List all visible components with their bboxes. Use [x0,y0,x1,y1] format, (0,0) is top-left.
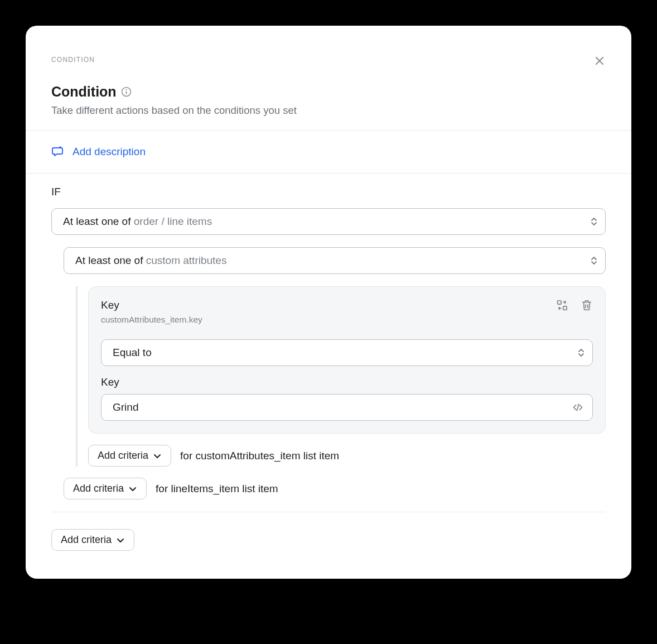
chevron-down-icon [128,484,137,493]
outer-scope-select[interactable]: At least one of order / line items [51,208,606,235]
panel-title: Condition [51,84,117,100]
divider [51,512,606,512]
swap-icon[interactable] [556,299,568,311]
panel-header: CONDITION Condition Take different actio… [26,26,631,130]
chevron-down-icon [116,536,125,545]
add-description-row[interactable]: Add description [26,131,631,173]
description-icon [51,145,65,158]
svg-rect-2 [126,91,127,94]
select-prefix: At least one of [63,215,134,227]
button-label: Add criteria [73,483,124,494]
button-label: Add criteria [98,450,148,462]
select-arrows-icon [591,217,597,226]
code-icon[interactable] [572,402,584,413]
operator-label: Equal to [113,347,152,359]
add-criteria-mid-hint: for lineItems_item list item [156,483,278,495]
inner-nest: Key customAttributes_item.key [76,286,606,467]
info-icon[interactable] [121,86,132,98]
add-criteria-inner-button[interactable]: Add criteria [88,445,171,467]
outer-nest: At least one of custom attributes Key cu… [64,247,606,499]
svg-rect-3 [558,301,561,304]
select-prefix: At least one of [75,254,146,266]
svg-point-1 [126,89,127,90]
trash-icon[interactable] [581,299,593,311]
add-criteria-outer-button[interactable]: Add criteria [51,529,134,551]
if-label: IF [51,186,606,198]
close-icon [595,56,605,66]
condition-panel: CONDITION Condition Take different actio… [26,26,631,579]
select-arrows-icon [591,256,597,265]
value-input[interactable] [101,394,593,421]
panel-subtitle: Take different actions based on the cond… [51,104,606,117]
add-criteria-mid-button[interactable]: Add criteria [64,478,147,499]
button-label: Add criteria [61,534,112,546]
operator-select[interactable]: Equal to [101,339,593,366]
chevron-down-icon [153,451,162,460]
value-field-label: Key [101,376,593,388]
select-arrows-icon [578,348,584,357]
add-criteria-inner-hint: for customAttributes_item list item [180,450,339,462]
criteria-card: Key customAttributes_item.key [88,286,606,434]
inner-scope-select[interactable]: At least one of custom attributes [64,247,606,274]
criteria-title: Key [101,299,202,311]
select-path: order / line items [134,215,212,227]
criteria-path: customAttributes_item.key [101,315,202,325]
close-button[interactable] [593,55,606,67]
select-path: custom attributes [146,254,227,266]
section-label: CONDITION [51,56,606,64]
add-description-link[interactable]: Add description [73,146,146,158]
svg-rect-4 [563,306,567,310]
nest-bar [76,286,78,467]
